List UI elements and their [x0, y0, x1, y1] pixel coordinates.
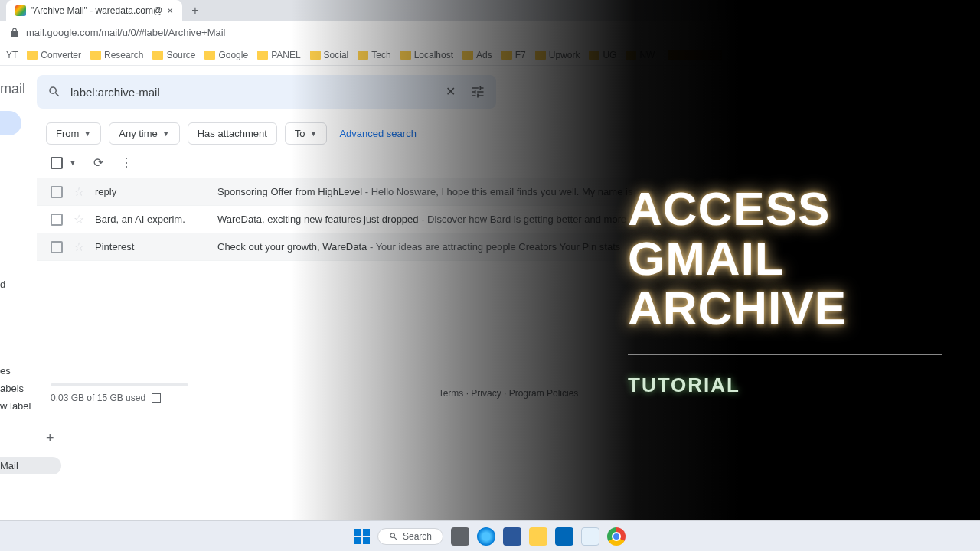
bookmark-item[interactable]: Upwork — [535, 50, 580, 60]
address-bar[interactable]: mail.google.com/mail/u/0/#label/Archive+… — [0, 21, 980, 44]
taskview-icon[interactable] — [451, 527, 469, 546]
search-bar[interactable]: label:archive-mail ✕ — [37, 75, 496, 109]
sidebar-item[interactable]: d — [0, 276, 61, 293]
storage-bar — [51, 383, 188, 386]
sidebar-lower: d es abels w label + Mail — [0, 276, 61, 474]
folder-icon — [90, 51, 101, 60]
external-link-icon[interactable] — [152, 393, 161, 403]
taskbar-search[interactable]: Search — [377, 528, 443, 545]
more-options-icon[interactable]: ⋮ — [120, 155, 132, 170]
email-sender: Bard, an AI experim. — [95, 214, 217, 225]
email-subject: Sponsoring Offer from HighLevel - Hello … — [217, 186, 966, 197]
bookmark-item[interactable]: Converter — [27, 50, 81, 60]
folder-icon — [462, 51, 473, 60]
gmail-favicon — [15, 5, 26, 16]
windows-taskbar: Search — [0, 520, 980, 551]
row-checkbox[interactable] — [51, 214, 63, 226]
browser-tab-bar: "Archive Mail" - waredata.com@ × + — [0, 0, 980, 21]
edge-icon[interactable] — [477, 527, 495, 546]
email-row[interactable]: ☆ reply Sponsoring Offer from HighLevel … — [37, 178, 980, 206]
add-label-icon[interactable]: + — [46, 430, 54, 446]
select-dropdown-icon[interactable]: ▼ — [69, 158, 77, 167]
gmail-footer: 0.03 GB of 15 GB used Terms · Privacy · … — [37, 368, 980, 414]
folder-icon — [152, 51, 163, 60]
folder-icon — [358, 51, 368, 60]
search-icon — [47, 85, 61, 99]
store-icon[interactable] — [555, 527, 573, 546]
filter-anytime[interactable]: Any time▼ — [109, 122, 179, 145]
folder-icon — [626, 51, 636, 60]
bookmark-item[interactable]: Localhost — [400, 50, 453, 60]
app-icon[interactable] — [581, 527, 599, 546]
lock-icon — [9, 28, 20, 38]
gmail-main: label:archive-mail ✕ From▼ Any time▼ Has… — [37, 66, 980, 520]
footer-links: Terms · Privacy · Program Policies — [51, 388, 966, 399]
email-toolbar: ▼ ⟳ ⋮ — [37, 155, 980, 178]
filter-to[interactable]: To▼ — [285, 122, 328, 145]
storage-text: 0.03 GB of 15 GB used — [51, 393, 145, 403]
bookmark-item[interactable]: YT — [6, 50, 18, 60]
tune-icon[interactable] — [470, 84, 485, 99]
email-list: ☆ reply Sponsoring Offer from HighLevel … — [37, 178, 980, 261]
refresh-icon[interactable]: ⟳ — [93, 155, 103, 170]
email-subject: WareData, exciting new features just dro… — [217, 214, 966, 225]
bookmarks-bar: YT Converter Research Source Google PANE… — [0, 44, 980, 66]
search-icon — [389, 532, 398, 541]
policies-link[interactable]: Program Policies — [509, 388, 579, 399]
sidebar-labels[interactable]: abels — [0, 380, 61, 397]
explorer-icon[interactable] — [529, 527, 547, 546]
tab-title: "Archive Mail" - waredata.com@ — [31, 5, 162, 16]
url-text: mail.google.com/mail/u/0/#label/Archive+… — [26, 27, 225, 38]
bookmark-item[interactable]: PANEL — [257, 50, 300, 60]
star-icon[interactable]: ☆ — [74, 212, 84, 227]
bookmark-item[interactable]: Source — [152, 50, 195, 60]
chevron-down-icon: ▼ — [162, 129, 170, 138]
start-button[interactable] — [354, 529, 370, 544]
chevron-down-icon: ▼ — [83, 129, 91, 138]
sidebar-new-label[interactable]: w label — [0, 397, 61, 415]
bookmark-item[interactable]: NW — [626, 50, 655, 60]
star-icon[interactable]: ☆ — [74, 184, 84, 199]
chrome-icon[interactable] — [607, 527, 626, 546]
filter-from[interactable]: From▼ — [46, 122, 101, 145]
search-input[interactable]: label:archive-mail — [70, 86, 436, 99]
bookmark-item[interactable]: Ads — [462, 50, 492, 60]
folder-icon — [501, 51, 512, 60]
browser-tab[interactable]: "Archive Mail" - waredata.com@ × — [6, 0, 182, 21]
terms-link[interactable]: Terms — [439, 388, 464, 399]
bookmark-item[interactable]: Research — [90, 50, 143, 60]
email-subject: Check out your growth, WareData - Your i… — [217, 241, 966, 253]
filter-has-attachment[interactable]: Has attachment — [188, 122, 277, 145]
close-tab-icon[interactable]: × — [167, 5, 173, 17]
folder-icon — [204, 51, 215, 60]
sidebar-archive-mail[interactable]: Mail — [0, 457, 61, 474]
row-checkbox[interactable] — [51, 186, 63, 198]
folder-icon — [535, 51, 546, 60]
bookmark-item[interactable]: Tech — [358, 50, 390, 60]
bookmark-item[interactable]: Google — [204, 50, 248, 60]
email-row[interactable]: ☆ Pinterest Check out your growth, WareD… — [37, 233, 980, 261]
advanced-search-link[interactable]: Advanced search — [339, 128, 416, 139]
bookmark-item[interactable]: F7 — [501, 50, 526, 60]
star-icon[interactable]: ☆ — [74, 240, 84, 254]
clear-search-icon[interactable]: ✕ — [446, 84, 461, 99]
folder-icon — [589, 51, 599, 60]
bookmark-item[interactable]: Social — [310, 50, 349, 60]
word-icon[interactable] — [503, 527, 521, 546]
select-all-checkbox[interactable] — [51, 157, 63, 169]
new-tab-button[interactable]: + — [191, 4, 198, 18]
folder-icon — [27, 51, 38, 60]
filter-row: From▼ Any time▼ Has attachment To▼ Advan… — [37, 122, 980, 155]
email-row[interactable]: ☆ Bard, an AI experim. WareData, excitin… — [37, 206, 980, 233]
folder-icon — [257, 51, 268, 60]
gmail-logo-text: mail — [0, 81, 37, 97]
chevron-down-icon: ▼ — [310, 129, 318, 138]
inbox-pill[interactable] — [0, 111, 21, 135]
orange-badge — [668, 50, 722, 60]
sidebar-categories[interactable]: es — [0, 362, 61, 380]
bookmark-item[interactable]: UG — [589, 50, 616, 60]
privacy-link[interactable]: Privacy — [471, 388, 501, 399]
folder-icon — [310, 51, 321, 60]
folder-icon — [400, 51, 411, 60]
row-checkbox[interactable] — [51, 241, 63, 253]
